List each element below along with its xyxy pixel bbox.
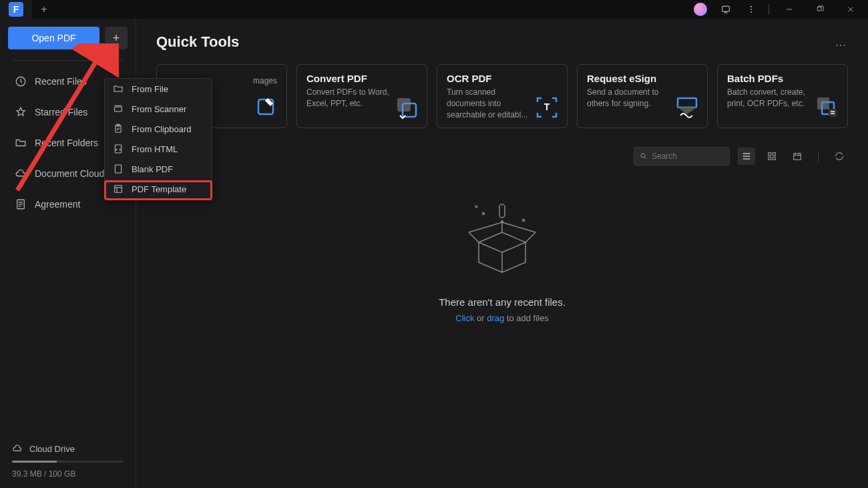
dropdown-item-blank-pdf[interactable]: Blank PDF bbox=[105, 159, 212, 179]
create-pdf-button[interactable]: + bbox=[105, 27, 128, 49]
avatar[interactable] bbox=[694, 3, 707, 16]
dropdown-item-from-html[interactable]: From HTML bbox=[105, 139, 212, 159]
dropdown-label: PDF Template bbox=[132, 184, 186, 194]
quick-tools-header: Quick Tools … bbox=[156, 33, 848, 51]
esign-icon bbox=[675, 95, 699, 119]
document-icon bbox=[15, 198, 27, 210]
nav-label: Agreement bbox=[35, 199, 80, 210]
chat-icon[interactable] bbox=[714, 0, 738, 19]
cloud-drive-link[interactable]: Cloud Drive bbox=[12, 443, 124, 454]
app-icon[interactable]: F bbox=[0, 0, 32, 19]
minimize-button[interactable] bbox=[775, 0, 804, 19]
svg-rect-44 bbox=[115, 186, 122, 193]
cloud-drive-label: Cloud Drive bbox=[29, 444, 75, 454]
html-icon bbox=[113, 144, 124, 154]
empty-state: There aren't any recent files. Click or … bbox=[156, 199, 848, 323]
nav-label: Document Cloud bbox=[35, 168, 104, 179]
svg-rect-29 bbox=[773, 153, 775, 156]
clipboard-icon bbox=[113, 124, 124, 134]
recent-header: s bbox=[156, 147, 848, 166]
dropdown-item-pdf-template[interactable]: PDF Template bbox=[105, 179, 212, 199]
tool-title: Batch PDFs bbox=[727, 73, 838, 84]
cloud-icon bbox=[12, 443, 23, 454]
sidebar-top: Open PDF + bbox=[0, 27, 136, 60]
tool-title: Convert PDF bbox=[306, 73, 417, 84]
nav-label: Recent Folders bbox=[35, 138, 98, 148]
tool-title: OCR PDF bbox=[447, 73, 558, 84]
nav-label: Starred Files bbox=[35, 107, 87, 117]
new-tab-button[interactable]: + bbox=[32, 0, 56, 19]
tool-card-esign[interactable]: Request eSign Send a document to others … bbox=[577, 64, 708, 128]
drag-link[interactable]: drag bbox=[487, 313, 504, 323]
app-logo: F bbox=[9, 2, 23, 17]
svg-rect-17 bbox=[678, 98, 696, 107]
svg-rect-5 bbox=[818, 7, 822, 11]
tool-desc: Batch convert, create, print, OCR PDFs, … bbox=[727, 87, 814, 109]
tool-card-convert[interactable]: Convert PDF Convert PDFs to Word, Excel,… bbox=[296, 64, 427, 128]
svg-rect-20 bbox=[829, 109, 837, 117]
blank-page-icon bbox=[113, 164, 124, 174]
svg-rect-30 bbox=[769, 157, 771, 160]
svg-rect-28 bbox=[769, 153, 771, 156]
template-icon bbox=[113, 184, 124, 194]
search-box[interactable] bbox=[634, 147, 730, 166]
view-list-button[interactable] bbox=[738, 148, 755, 165]
empty-text: There aren't any recent files. bbox=[439, 296, 566, 308]
svg-rect-38 bbox=[115, 107, 122, 111]
recent-controls bbox=[634, 147, 848, 166]
svg-text:T: T bbox=[544, 101, 550, 112]
empty-or: or bbox=[474, 313, 487, 323]
cloud-usage-bar bbox=[12, 461, 124, 463]
cloud-usage-text: 39.3 MB / 100 GB bbox=[12, 469, 124, 479]
quick-tools-title: Quick Tools bbox=[156, 33, 239, 51]
dropdown-item-from-file[interactable]: From File bbox=[105, 79, 212, 99]
dropdown-item-from-clipboard[interactable]: From Clipboard bbox=[105, 119, 212, 139]
refresh-button[interactable] bbox=[831, 148, 848, 165]
convert-pdf-icon bbox=[395, 95, 419, 119]
svg-point-3 bbox=[750, 11, 752, 13]
kebab-menu-icon[interactable] bbox=[739, 0, 763, 19]
tool-card-ocr[interactable]: OCR PDF Turn scanned documents into sear… bbox=[437, 64, 568, 128]
open-pdf-button[interactable]: Open PDF bbox=[8, 27, 99, 49]
search-icon bbox=[640, 152, 648, 161]
tool-title: Request eSign bbox=[587, 73, 698, 84]
dropdown-label: From File bbox=[132, 84, 168, 94]
svg-line-24 bbox=[645, 158, 647, 160]
svg-point-37 bbox=[501, 220, 503, 223]
svg-rect-36 bbox=[499, 204, 505, 218]
svg-point-1 bbox=[750, 6, 752, 7]
svg-rect-31 bbox=[773, 157, 775, 160]
folder-icon bbox=[15, 137, 27, 149]
titlebar-left: F + bbox=[0, 0, 56, 19]
maximize-button[interactable] bbox=[805, 0, 835, 19]
svg-rect-32 bbox=[794, 154, 801, 160]
cloud-usage-fill bbox=[12, 461, 57, 463]
folder-icon bbox=[113, 83, 124, 94]
empty-hint: Click or drag to add files bbox=[455, 313, 549, 323]
dropdown-item-from-scanner[interactable]: From Scanner bbox=[105, 99, 212, 119]
svg-point-2 bbox=[750, 9, 752, 10]
close-button[interactable] bbox=[836, 0, 865, 19]
tool-card-batch[interactable]: Batch PDFs Batch convert, create, print,… bbox=[717, 64, 848, 128]
svg-point-23 bbox=[641, 154, 645, 158]
click-link[interactable]: Click bbox=[455, 313, 474, 323]
scanner-icon bbox=[113, 103, 124, 114]
empty-tail: to add files bbox=[504, 313, 549, 323]
search-input[interactable] bbox=[652, 152, 724, 161]
dropdown-label: From Scanner bbox=[132, 104, 186, 114]
nav-label: Recent Files bbox=[35, 76, 87, 87]
view-grid-button[interactable] bbox=[763, 148, 781, 165]
view-calendar-button[interactable] bbox=[789, 148, 806, 165]
dropdown-label: From Clipboard bbox=[132, 124, 192, 134]
divider bbox=[769, 4, 769, 15]
svg-rect-14 bbox=[397, 98, 411, 111]
dropdown-label: From HTML bbox=[132, 144, 178, 154]
svg-rect-43 bbox=[115, 165, 121, 173]
divider bbox=[818, 151, 819, 162]
more-tools-button[interactable]: … bbox=[835, 35, 848, 49]
sidebar-bottom: Cloud Drive 39.3 MB / 100 GB bbox=[0, 443, 136, 483]
tool-desc: Send a document to others for signing. bbox=[587, 87, 674, 109]
batch-pdf-icon bbox=[815, 95, 839, 119]
svg-rect-0 bbox=[722, 6, 730, 11]
main: Quick Tools … mages Convert PDF Convert … bbox=[136, 19, 868, 488]
